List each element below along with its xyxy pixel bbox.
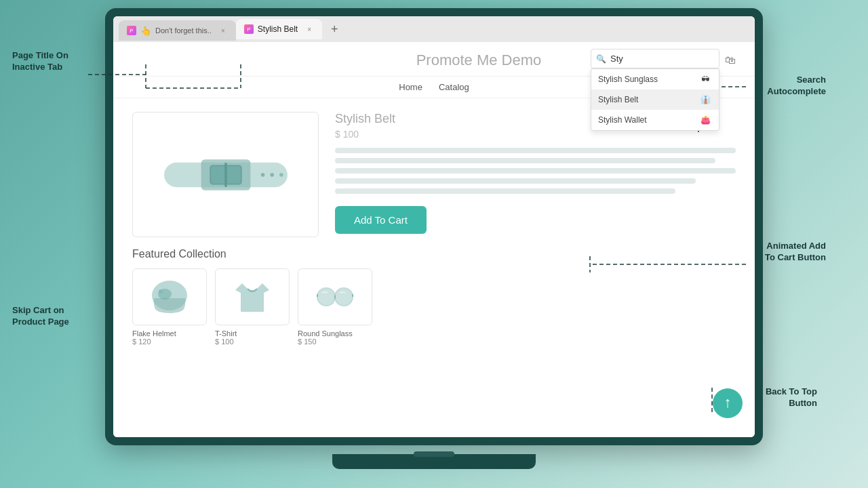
search-input[interactable]: [591, 49, 719, 68]
inactive-tab-label: Don't forget this..: [155, 26, 212, 35]
search-result-sunglass-icon: 🕶: [698, 74, 712, 85]
back-to-top-arrow-icon: ↑: [724, 395, 732, 410]
featured-item-sunglass[interactable]: Round Sunglass $ 150: [298, 268, 372, 346]
search-result-wallet[interactable]: Stylish Wallet 👛: [591, 110, 719, 130]
active-tab[interactable]: P Stylish Belt ×: [236, 19, 322, 39]
tshirt-svg: [229, 277, 276, 317]
laptop-screen: P 👆 Don't forget this.. × P Stylish Belt…: [113, 16, 755, 437]
browser-content: Promote Me Demo 🔍 Stylish Sunglass: [113, 42, 755, 437]
featured-item-tshirt[interactable]: T-Shirt $ 100: [215, 268, 290, 346]
desc-line-5: [335, 188, 675, 194]
featured-item-tshirt-price: $ 100: [215, 338, 290, 346]
search-result-wallet-label: Stylish Wallet: [598, 115, 647, 125]
active-tab-close[interactable]: ×: [304, 24, 314, 34]
search-icon: 🔍: [596, 54, 606, 64]
sunglass-svg: [311, 277, 359, 317]
search-result-sunglass-label: Stylish Sunglass: [598, 75, 658, 84]
svg-point-10: [317, 288, 335, 306]
annotation-page-title-text: Page Title On Inactive Tab: [12, 50, 68, 72]
featured-item-sunglass-price: $ 150: [298, 338, 372, 346]
svg-point-9: [159, 289, 163, 293]
inactive-tab-favicon: P: [127, 26, 136, 35]
annotation-add-to-cart: Animated AddTo Cart Button: [765, 241, 826, 264]
desc-line-4: [335, 178, 696, 184]
inactive-tab[interactable]: P 👆 Don't forget this.. ×: [119, 20, 236, 41]
featured-item-helmet-price: $ 120: [132, 338, 207, 346]
add-to-cart-button[interactable]: Add To Cart: [335, 206, 427, 234]
annotation-back-to-top: Back To TopButton: [766, 386, 817, 409]
search-result-wallet-icon: 👛: [698, 115, 712, 125]
active-tab-favicon: P: [244, 24, 254, 34]
new-tab-button[interactable]: +: [325, 20, 344, 39]
featured-item-helmet[interactable]: Flake Helmet $ 120: [132, 268, 207, 346]
laptop-body: P 👆 Don't forget this.. × P Stylish Belt…: [105, 8, 763, 445]
search-result-sunglass[interactable]: Stylish Sunglass 🕶: [591, 69, 719, 89]
featured-section: Featured Collection: [113, 248, 755, 357]
search-result-belt-icon: 👔: [698, 94, 712, 105]
featured-grid: Flake Helmet $ 120: [132, 268, 736, 346]
svg-point-5: [270, 173, 273, 176]
search-result-belt[interactable]: Stylish Belt 👔: [591, 89, 719, 110]
laptop-base: [332, 454, 536, 469]
svg-point-6: [279, 173, 283, 176]
annotation-search: SearchAutocomplete: [767, 75, 826, 98]
featured-item-tshirt-img: [215, 268, 290, 325]
featured-item-sunglass-img: [298, 268, 372, 325]
inactive-tab-emoji: 👆: [140, 26, 151, 36]
search-result-belt-label: Stylish Belt: [598, 95, 638, 104]
nav-home[interactable]: Home: [399, 82, 422, 92]
search-area: 🔍 Stylish Sunglass 🕶 Stylish B: [591, 49, 719, 68]
helmet-svg: [146, 277, 193, 317]
svg-point-11: [335, 288, 353, 306]
product-description: [335, 148, 736, 194]
search-autocomplete-dropdown: Stylish Sunglass 🕶 Stylish Belt 👔 Stylis…: [591, 68, 719, 131]
page-header: Promote Me Demo 🔍 Stylish Sunglass: [113, 42, 755, 77]
inactive-tab-close[interactable]: ×: [218, 26, 228, 35]
belt-image: [158, 141, 294, 209]
desc-line-3: [335, 168, 736, 174]
featured-item-helmet-img: [132, 268, 207, 325]
back-to-top-button[interactable]: ↑: [713, 388, 743, 418]
featured-item-helmet-name: Flake Helmet: [132, 329, 207, 338]
featured-item-tshirt-name: T-Shirt: [215, 329, 290, 338]
laptop: P 👆 Don't forget this.. × P Stylish Belt…: [105, 8, 763, 469]
desc-line-1: [335, 148, 736, 153]
search-box-wrapper: 🔍 Stylish Sunglass 🕶 Stylish B: [591, 49, 719, 68]
svg-point-4: [260, 173, 264, 176]
featured-item-sunglass-name: Round Sunglass: [298, 329, 372, 338]
featured-title: Featured Collection: [132, 248, 736, 260]
active-tab-label: Stylish Belt: [258, 24, 298, 34]
new-tab-icon: +: [331, 22, 338, 37]
cart-icon[interactable]: 🛍: [725, 54, 736, 66]
nav-catalog[interactable]: Catalog: [439, 82, 469, 92]
desc-line-2: [335, 158, 715, 163]
annotation-page-title: Page Title On Inactive Tab: [12, 50, 68, 73]
laptop-notch: [414, 451, 454, 457]
product-image-box: [132, 112, 319, 237]
browser-tabs: P 👆 Don't forget this.. × P Stylish Belt…: [113, 16, 755, 42]
svg-rect-3: [224, 162, 227, 186]
annotation-skip-cart: Skip Cart onProduct Page: [12, 305, 69, 328]
